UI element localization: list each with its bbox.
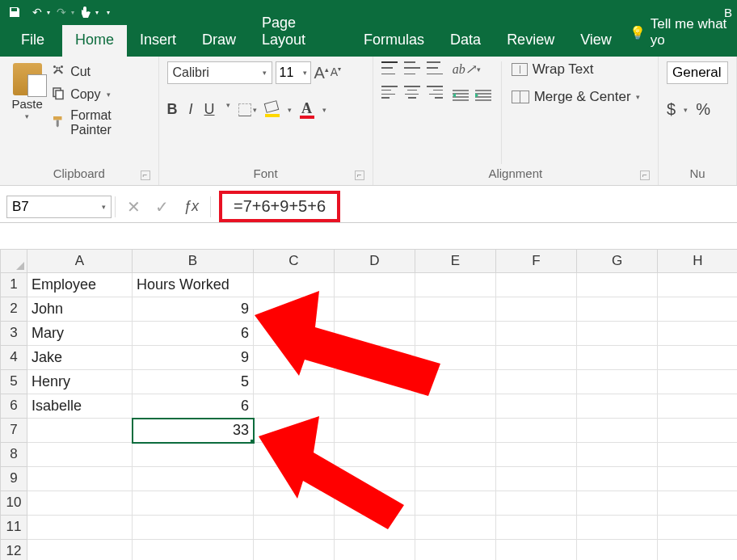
increase-indent-icon[interactable] xyxy=(475,89,491,102)
cell-D3[interactable] xyxy=(335,322,415,346)
orientation-drop-icon[interactable]: ▾ xyxy=(477,65,481,74)
cancel-formula-icon[interactable]: ✕ xyxy=(127,197,141,217)
qat-customize-icon[interactable]: ▾ xyxy=(107,9,110,16)
font-size-drop-icon[interactable]: ▾ xyxy=(303,69,307,77)
cell-H10[interactable] xyxy=(658,491,737,516)
cell-C8[interactable] xyxy=(254,443,335,467)
cell-D6[interactable] xyxy=(335,394,415,419)
cell-B1[interactable]: Hours Worked xyxy=(133,273,254,297)
cell-E6[interactable] xyxy=(415,394,496,419)
col-header-D[interactable]: D xyxy=(335,249,415,273)
borders-button[interactable]: ▾ xyxy=(238,103,257,116)
cell-F10[interactable] xyxy=(496,491,577,516)
decrease-indent-icon[interactable] xyxy=(453,89,469,102)
percent-format-button[interactable]: % xyxy=(696,100,710,119)
cell-G8[interactable] xyxy=(577,443,658,467)
cell-E4[interactable] xyxy=(415,346,496,370)
align-bottom-icon[interactable] xyxy=(427,61,443,74)
merge-center-button[interactable]: Merge & Center ▾ xyxy=(512,89,640,105)
cell-D7[interactable] xyxy=(335,419,415,443)
cell-H6[interactable] xyxy=(658,394,737,419)
row-header-11[interactable]: 11 xyxy=(0,516,27,540)
wrap-text-button[interactable]: Wrap Text xyxy=(512,61,640,78)
col-header-C[interactable]: C xyxy=(254,249,335,273)
orientation-icon[interactable]: ab↗ xyxy=(453,61,470,78)
border-drop-icon[interactable]: ▾ xyxy=(253,106,257,114)
cell-G7[interactable] xyxy=(577,419,658,443)
cell-A3[interactable]: Mary xyxy=(27,322,133,346)
cell-A12[interactable] xyxy=(27,540,133,560)
cell-A7[interactable] xyxy=(27,419,133,443)
cell-F6[interactable] xyxy=(496,394,577,419)
cell-H9[interactable] xyxy=(658,467,737,491)
copy-drop-icon[interactable]: ▾ xyxy=(107,91,111,99)
tab-review[interactable]: Review xyxy=(494,25,567,57)
fill-color-button[interactable] xyxy=(265,102,280,117)
cut-button[interactable]: Cut xyxy=(51,63,150,81)
tab-page-layout[interactable]: Page Layout xyxy=(249,8,351,57)
cell-G2[interactable] xyxy=(577,297,658,322)
cell-C7[interactable] xyxy=(254,419,335,443)
cell-F7[interactable] xyxy=(496,419,577,443)
row-header-7[interactable]: 7 xyxy=(0,419,27,443)
cell-C1[interactable] xyxy=(254,273,335,297)
cell-A5[interactable]: Henry xyxy=(27,370,133,394)
cell-B7[interactable]: 33 xyxy=(133,419,254,443)
col-header-G[interactable]: G xyxy=(577,249,658,273)
cell-B10[interactable] xyxy=(133,491,254,516)
cell-G1[interactable] xyxy=(577,273,658,297)
row-header-9[interactable]: 9 xyxy=(0,467,27,491)
cell-A10[interactable] xyxy=(27,491,133,516)
cell-C10[interactable] xyxy=(254,491,335,516)
cell-F9[interactable] xyxy=(496,467,577,491)
cell-D8[interactable] xyxy=(335,443,415,467)
touch-mode-icon[interactable] xyxy=(74,2,97,22)
cell-D4[interactable] xyxy=(335,346,415,370)
cell-F2[interactable] xyxy=(496,297,577,322)
font-dialog-launcher-icon[interactable]: ⌐ xyxy=(355,171,364,180)
row-header-4[interactable]: 4 xyxy=(0,346,27,370)
font-color-drop-icon[interactable]: ▾ xyxy=(322,106,326,114)
cell-H4[interactable] xyxy=(658,346,737,370)
redo-icon[interactable]: ↷ xyxy=(50,2,73,22)
cell-B9[interactable] xyxy=(133,467,254,491)
accounting-format-button[interactable]: $ xyxy=(667,100,676,119)
tab-view[interactable]: View xyxy=(567,25,625,57)
cell-C5[interactable] xyxy=(254,370,335,394)
cell-E5[interactable] xyxy=(415,370,496,394)
cell-A4[interactable]: Jake xyxy=(27,346,133,370)
cell-A9[interactable] xyxy=(27,467,133,491)
row-header-8[interactable]: 8 xyxy=(0,443,27,467)
cell-C6[interactable] xyxy=(254,394,335,419)
cell-D10[interactable] xyxy=(335,491,415,516)
fill-drop-icon[interactable]: ▾ xyxy=(288,106,292,114)
cell-G11[interactable] xyxy=(577,516,658,540)
tab-file[interactable]: File xyxy=(8,25,62,57)
align-right-icon[interactable] xyxy=(427,86,443,99)
cell-B2[interactable]: 9 xyxy=(133,297,254,322)
font-color-button[interactable]: A xyxy=(300,100,314,119)
cell-D12[interactable] xyxy=(335,540,415,560)
cell-D1[interactable] xyxy=(335,273,415,297)
cell-H8[interactable] xyxy=(658,443,737,467)
row-header-2[interactable]: 2 xyxy=(0,297,27,322)
tell-me-search[interactable]: 💡 Tell me what yo xyxy=(630,16,737,57)
row-header-10[interactable]: 10 xyxy=(0,491,27,516)
cell-H5[interactable] xyxy=(658,370,737,394)
font-size-select[interactable]: 11 ▾ xyxy=(276,61,311,84)
cell-F1[interactable] xyxy=(496,273,577,297)
cell-C3[interactable] xyxy=(254,322,335,346)
align-middle-icon[interactable] xyxy=(404,61,420,74)
cell-E7[interactable] xyxy=(415,419,496,443)
number-format-select[interactable]: General xyxy=(667,61,728,84)
cell-B6[interactable]: 6 xyxy=(133,394,254,419)
cell-G12[interactable] xyxy=(577,540,658,560)
cell-E2[interactable] xyxy=(415,297,496,322)
cell-B12[interactable] xyxy=(133,540,254,560)
select-all-triangle[interactable] xyxy=(0,249,27,273)
touch-drop-icon[interactable]: ▾ xyxy=(95,9,99,16)
cell-E8[interactable] xyxy=(415,443,496,467)
cell-E11[interactable] xyxy=(415,516,496,540)
italic-button[interactable]: I xyxy=(189,101,193,118)
tab-draw[interactable]: Draw xyxy=(189,25,249,57)
